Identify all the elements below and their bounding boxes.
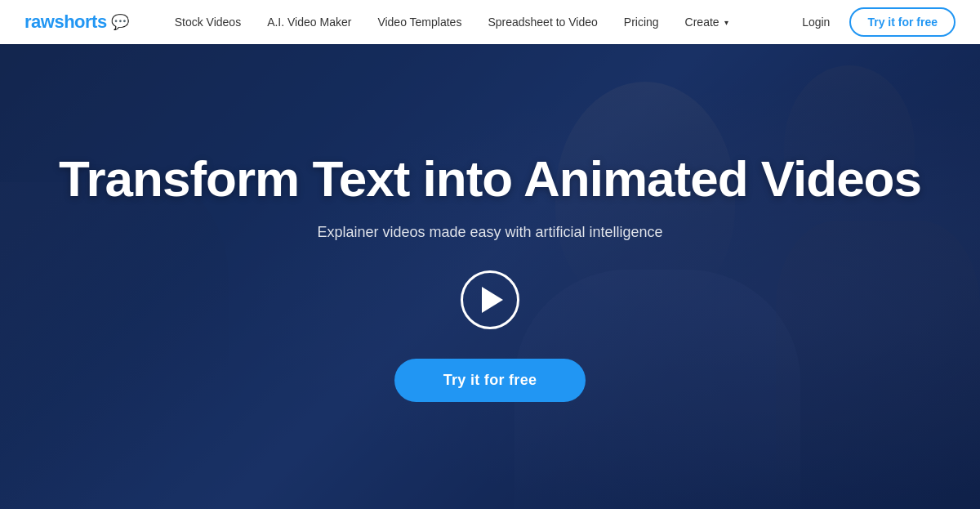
hero-try-free-button[interactable]: Try it for free <box>394 359 586 402</box>
nav-right: Login Try it for free <box>795 7 956 37</box>
nav-item-spreadsheet-to-video[interactable]: Spreadsheet to Video <box>474 0 610 44</box>
nav-links: Stock Videos A.I. Video Maker Video Temp… <box>162 0 795 44</box>
nav-try-free-button[interactable]: Try it for free <box>849 7 956 37</box>
nav-item-pricing[interactable]: Pricing <box>611 0 672 44</box>
nav-login-button[interactable]: Login <box>795 16 836 29</box>
nav-item-create[interactable]: Create ▾ <box>672 0 742 44</box>
nav-item-stock-videos[interactable]: Stock Videos <box>162 0 254 44</box>
play-button[interactable] <box>461 270 519 329</box>
logo[interactable]: rawshorts 💬 <box>24 11 129 33</box>
chevron-down-icon: ▾ <box>724 18 728 27</box>
play-icon <box>482 287 503 313</box>
logo-icon: 💬 <box>111 13 129 31</box>
hero-title: Transform Text into Animated Videos <box>59 151 921 207</box>
navbar: rawshorts 💬 Stock Videos A.I. Video Make… <box>0 0 980 44</box>
hero-subtitle: Explainer videos made easy with artifici… <box>317 224 662 241</box>
nav-item-ai-video-maker[interactable]: A.I. Video Maker <box>254 0 364 44</box>
nav-item-video-templates[interactable]: Video Templates <box>364 0 474 44</box>
logo-text: rawshorts <box>24 11 107 33</box>
hero-content: Transform Text into Animated Videos Expl… <box>0 44 980 509</box>
hero-section: Transform Text into Animated Videos Expl… <box>0 0 980 509</box>
